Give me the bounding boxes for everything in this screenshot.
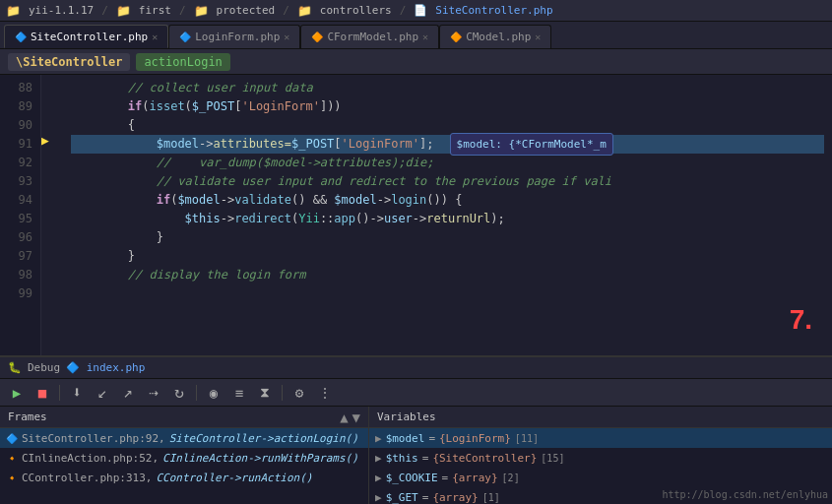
more-button[interactable]: ⋮: [314, 383, 336, 403]
evaluate-button[interactable]: ↻: [168, 383, 190, 403]
frame-file-1: CInlineAction.php:52,: [22, 452, 159, 465]
folder-icon-first: 📁: [116, 4, 131, 18]
current-line-arrow: ▶: [41, 133, 49, 148]
variables-panel: Variables ▶ $model = {LoginForm} [11] ▶ …: [369, 407, 832, 504]
step-out-button[interactable]: ↗: [117, 383, 139, 403]
frame-method-1: CInlineAction->runWithParams(): [162, 452, 358, 465]
tab-close-2[interactable]: ✕: [284, 32, 289, 42]
bp-90: [41, 112, 63, 131]
bp-96: [41, 224, 63, 243]
debug-title-bar: 🐛 Debug 🔷 index.php: [0, 357, 832, 379]
var-item-cookie[interactable]: ▶ $_COOKIE = {array} [2]: [369, 468, 832, 487]
bp-89: [41, 94, 63, 112]
var-item-get[interactable]: ▶ $_GET = {array} [1]: [369, 487, 832, 504]
expand-icon-0: ▶: [375, 432, 382, 445]
line-num-92: 92: [0, 154, 40, 172]
line-num-94: 94: [0, 191, 40, 210]
sitecontroller-file-label[interactable]: SiteController.php: [435, 4, 552, 17]
frame-file-2: CController.php:313,: [22, 472, 152, 484]
step-over-button[interactable]: ⬇: [66, 383, 88, 403]
code-line-95: $this->redirect(Yii::app()->user->return…: [71, 210, 824, 228]
code-line-97: }: [71, 247, 824, 266]
tab-cformmodel[interactable]: 🔶 CFormModel.php ✕: [300, 25, 439, 48]
step-into-button[interactable]: ↙: [92, 383, 113, 403]
frames-navigation: ▲ ▼: [340, 410, 360, 425]
code-line-94: if($model->validate() && $model->login()…: [71, 191, 824, 210]
tab-loginform-label: LoginForm.php: [195, 31, 280, 43]
run-to-cursor-button[interactable]: ⇢: [143, 383, 164, 403]
frames-panel: Frames ▲ ▼ 🔷 SiteController.php:92, Site…: [0, 407, 369, 504]
var-value-cookie: {array}: [452, 472, 497, 484]
frame-up-button[interactable]: ▲: [340, 410, 348, 425]
var-value-get: {array}: [432, 491, 478, 504]
code-line-92: // var_dump($model->attributes);die;: [71, 154, 824, 172]
frame-icon-2: 🔸: [6, 472, 18, 483]
tab-close-4[interactable]: ✕: [535, 32, 541, 42]
var-name-get: $_GET: [386, 491, 418, 504]
frame-method-2: CController->runAction(): [156, 472, 312, 484]
breakpoints-button[interactable]: ◉: [203, 383, 224, 403]
toolbar-sep-1: [59, 385, 60, 401]
php-icon-1: 🔷: [15, 32, 27, 42]
var-count-get: [1]: [482, 492, 500, 503]
expand-icon-2: ▶: [375, 472, 382, 484]
line-num-96: 96: [0, 228, 40, 247]
php-icon-2: 🔷: [179, 32, 191, 42]
var-item-model[interactable]: ▶ $model = {LoginForm} [11]: [369, 428, 832, 448]
stop-button[interactable]: ■: [32, 383, 53, 403]
tab-close-1[interactable]: ✕: [152, 32, 158, 42]
frame-item-1[interactable]: 🔸 CInlineAction.php:52, CInlineAction->r…: [0, 448, 368, 468]
tab-sitecontroller-label: SiteController.php: [31, 31, 148, 43]
controllers-label[interactable]: controllers: [320, 4, 392, 17]
first-label[interactable]: first: [139, 4, 171, 17]
breadcrumb-method[interactable]: actionLogin: [136, 53, 229, 71]
code-line-91: $model->attributes=$_POST['LoginForm']; …: [71, 135, 824, 154]
code-breadcrumb: \SiteController actionLogin: [0, 49, 832, 75]
settings-button[interactable]: ⚙: [288, 383, 310, 403]
toolbar-sep-2: [196, 385, 197, 401]
frame-down-button[interactable]: ▼: [352, 410, 360, 425]
variables-header-label: Variables: [377, 410, 436, 423]
editor-tab-bar: 🔷 SiteController.php ✕ 🔷 LoginForm.php ✕…: [0, 22, 832, 49]
line-num-99: 99: [0, 284, 40, 303]
tab-sitecontroller[interactable]: 🔷 SiteController.php ✕: [4, 25, 168, 48]
var-item-this[interactable]: ▶ $this = {SiteController} [15]: [369, 448, 832, 468]
frames-header-label: Frames: [8, 410, 47, 423]
frame-item-0[interactable]: 🔷 SiteController.php:92, SiteController-…: [0, 428, 368, 448]
file-icon-controller: 📄: [414, 4, 427, 17]
root-label[interactable]: yii-1.1.17: [29, 4, 94, 17]
code-line-88: // collect user input data: [71, 79, 824, 97]
debug-file-label: 🔷 index.php: [66, 361, 145, 374]
code-content: // collect user input data if(isset($_PO…: [63, 75, 832, 355]
breadcrumb-class[interactable]: \SiteController: [8, 53, 130, 71]
frame-method-0: SiteController->actionLogin(): [169, 432, 358, 445]
line-num-98: 98: [0, 266, 40, 284]
debug-toolbar: ▶ ■ ⬇ ↙ ↗ ⇢ ↻ ◉ ≡ ⧗ ⚙ ⋮: [0, 379, 832, 407]
line-num-90: 90: [0, 116, 40, 135]
folder-icon-root: 📁: [6, 4, 21, 18]
protected-label[interactable]: protected: [217, 4, 276, 17]
frame-icon-0: 🔷: [6, 433, 18, 444]
resume-button[interactable]: ▶: [6, 383, 28, 403]
line-num-97: 97: [0, 247, 40, 266]
tab-close-3[interactable]: ✕: [422, 32, 428, 42]
index-file-icon: 🔷: [66, 361, 80, 374]
model-icon-1: 🔶: [311, 32, 323, 42]
watches-button[interactable]: ⧗: [254, 383, 276, 403]
tab-cmodel[interactable]: 🔶 CModel.php ✕: [439, 25, 551, 48]
frames-button[interactable]: ≡: [228, 383, 250, 403]
folder-icon-controllers: 📁: [297, 4, 312, 18]
code-line-93: // validate user input and redirect to t…: [71, 172, 824, 191]
line-num-88: 88: [0, 79, 40, 97]
bp-92: [41, 150, 63, 168]
debug-index-label: index.php: [87, 361, 146, 374]
bp-93: [41, 168, 63, 187]
var-value-this: {SiteController}: [432, 452, 537, 465]
bp-99: [41, 281, 63, 299]
breakpoint-gutter: ▶: [41, 75, 63, 355]
tab-loginform[interactable]: 🔷 LoginForm.php ✕: [168, 25, 300, 48]
bp-95: [41, 206, 63, 224]
frame-item-2[interactable]: 🔸 CController.php:313, CController->runA…: [0, 468, 368, 487]
bp-91: ▶: [41, 131, 63, 150]
debug-panel: 🐛 Debug 🔷 index.php ▶ ■ ⬇ ↙ ↗ ⇢ ↻ ◉ ≡ ⧗ …: [0, 355, 832, 504]
